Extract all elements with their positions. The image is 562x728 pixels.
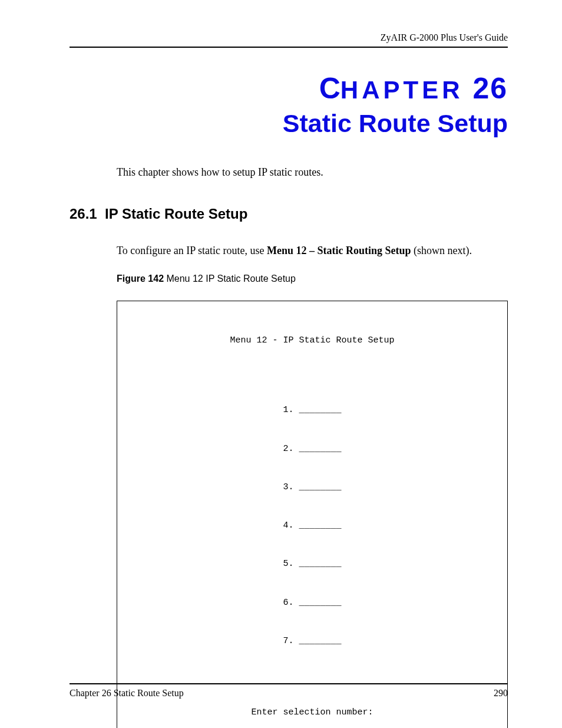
menu-entry: 7. ________ bbox=[123, 635, 501, 648]
body1-bold: Menu 12 – Static Routing Setup bbox=[267, 245, 411, 256]
chapter-label: CHAPTER 26 bbox=[70, 71, 508, 106]
guide-title: ZyAIR G-2000 Plus User's Guide bbox=[381, 32, 508, 42]
menu-entries: 1. ________ 2. ________ 3. ________ 4. _… bbox=[123, 378, 501, 673]
chapter-number: 26 bbox=[463, 72, 508, 105]
page-header: ZyAIR G-2000 Plus User's Guide bbox=[70, 32, 508, 48]
chapter-title: Static Route Setup bbox=[70, 109, 508, 138]
chapter-label-c: C bbox=[319, 72, 340, 105]
chapter-intro: This chapter shows how to setup IP stati… bbox=[117, 166, 508, 179]
footer-page-number: 290 bbox=[494, 688, 508, 699]
section-heading: 26.1 IP Static Route Setup bbox=[70, 206, 508, 222]
menu-entry: 5. ________ bbox=[123, 558, 501, 571]
menu-entry: 6. ________ bbox=[123, 597, 501, 610]
menu-entry: 3. ________ bbox=[123, 481, 501, 494]
menu-entry: 4. ________ bbox=[123, 519, 501, 532]
figure-caption: Figure 142 Menu 12 IP Static Route Setup bbox=[117, 274, 508, 284]
chapter-label-rest: HAPTER bbox=[340, 76, 464, 104]
menu-title: Menu 12 - IP Static Route Setup bbox=[123, 334, 501, 347]
chapter-heading: CHAPTER 26 Static Route Setup bbox=[70, 71, 508, 138]
body-paragraph-1: To configure an IP static route, use Men… bbox=[117, 245, 508, 257]
menu-prompt: Enter selection number: bbox=[123, 706, 501, 719]
body1-after: (shown next). bbox=[411, 245, 472, 256]
menu-entry: 2. ________ bbox=[123, 443, 501, 456]
body1-before: To configure an IP static route, use bbox=[117, 245, 267, 256]
page-footer: Chapter 26 Static Route Setup 290 bbox=[70, 683, 508, 699]
footer-left: Chapter 26 Static Route Setup bbox=[70, 688, 184, 699]
figure-caption-text: Menu 12 IP Static Route Setup bbox=[164, 274, 296, 284]
figure-label: Figure 142 bbox=[117, 274, 164, 284]
section-number: 26.1 bbox=[70, 206, 97, 222]
menu-box: Menu 12 - IP Static Route Setup 1. _____… bbox=[117, 301, 508, 728]
section-title: IP Static Route Setup bbox=[105, 206, 247, 222]
menu-entry: 1. ________ bbox=[123, 404, 501, 417]
